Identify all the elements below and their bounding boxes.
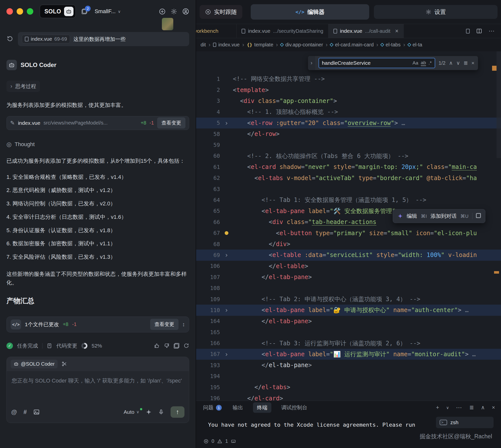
thinking-process-toggle[interactable]: › 思考过程 [6,81,40,92]
auto-mode-selector[interactable]: Auto ∨ [124,409,139,415]
code-line[interactable]: 107 </el-tab-pane> [196,272,501,283]
code-line[interactable]: 196 </el-card> [196,393,501,401]
code-line[interactable]: 165 [196,327,501,338]
add-to-chat-label[interactable]: 添加到对话 [430,213,457,220]
breadcrumb-item[interactable]: el-ta [408,42,422,48]
terminal-tab[interactable]: 问题1 [202,402,223,413]
chat-input-box[interactable]: @SOLO Coder 您正在与 SOLO Coder 聊天，输入 '/' 获取… [6,357,189,423]
send-button[interactable]: ↑ [171,406,184,418]
new-terminal-icon[interactable]: + [436,404,439,411]
next-match-icon[interactable]: ∨ [456,60,460,66]
breadcrumb-item[interactable]: el-card.main-card [330,42,374,48]
code-line[interactable]: 4 <!-- 1. 顶部核心指标概览 --> [196,106,501,117]
code-line[interactable]: 58 </el-row> [196,128,501,139]
more-actions-icon[interactable]: ⋯ [456,404,463,411]
code-line[interactable]: 63 [196,184,501,194]
split-editor-icon[interactable] [476,28,482,34]
code-line[interactable]: 110› <el-tab-pane label="🔐 申请与授权中心" name… [196,305,501,316]
user-message-card[interactable]: index.vue 69-69 这里的数据再增加一些 [18,32,189,46]
sparkle-icon[interactable] [146,409,152,415]
terminal-dropdown-icon[interactable]: ∨ [446,405,449,410]
close-panel-icon[interactable]: × [492,404,495,411]
settings-button[interactable]: 设置 [374,5,498,19]
editor-tab[interactable]: workbench [196,24,237,38]
code-line[interactable]: 62 <el-tabs v-model="activeTab" type="bo… [196,173,501,184]
code-line[interactable]: 64 <!-- Tab 1: 安全数据服务管理（涵盖功能项 1, 5） --> [196,194,501,205]
editor-view-button[interactable]: </> 编辑器 [251,4,369,20]
find-in-selection-icon[interactable]: ≣ [464,60,468,66]
code-line[interactable]: 67 <el-button type="primary" size="small… [196,227,501,238]
whole-word-icon[interactable]: ab [421,60,426,66]
code-change-label[interactable]: 代码变更 [56,342,77,349]
fold-chevron[interactable]: › [220,306,233,314]
editor-tab[interactable]: index.vue.../call-audit× [328,24,404,38]
conversation-scroll[interactable]: index.vue 69-69 这里的数据再增加一些 SOLO Coder › … [0,23,196,448]
model-selector[interactable]: SmallF... ∨ [95,8,121,15]
thumbs-down-icon[interactable] [164,343,170,349]
more-actions-icon[interactable]: ⋯ [489,28,495,34]
new-file-icon[interactable] [466,29,470,33]
problems-status[interactable]: 0 1 [204,438,236,444]
code-line[interactable]: 108 [196,283,501,293]
hash-icon[interactable]: # [23,409,27,416]
breadcrumb-item[interactable]: div.app-container [281,42,323,48]
code-line[interactable]: 167› <el-tab-pane label="📊 运行监测与审计" name… [196,349,501,360]
code-line[interactable]: 61 <el-card shadow="never" style="margin… [196,161,501,172]
code-editor[interactable]: › handleCreateService Aa ab .* 1/2 ∧ ∨ ≣… [196,51,501,401]
open-window-icon[interactable] [476,213,481,219]
fold-chevron[interactable]: › [220,119,233,127]
at-mention-icon[interactable]: @ [11,409,17,416]
code-line[interactable]: 2<template> [196,84,501,95]
file-reference-chip[interactable]: index.vue 69-69 [22,35,70,43]
breadcrumb-item[interactable]: index.vue [213,42,240,48]
solo-mode-toggle[interactable]: SOLO [40,5,76,18]
refresh-icon[interactable] [183,343,189,349]
file-change-card[interactable]: ✎ index.vue src/views/newPageModel/s... … [6,116,189,130]
find-query[interactable]: handleCreateService [322,60,410,66]
code-line[interactable]: 69› <el-table :data="serviceList" style=… [196,250,501,260]
scrollbar-thumb[interactable] [497,51,501,158]
previous-match-icon[interactable]: ∧ [449,60,453,66]
expand-collapse-icon[interactable]: ↕ [182,321,185,328]
breadcrumb-item[interactable]: el-tabs [381,42,400,48]
mention-chip[interactable]: @SOLO Coder [11,360,58,368]
find-expand-icon[interactable]: › [308,56,315,70]
summary-card[interactable]: </> 1个文件已更改 +8 -1 查看变更 ↕ [6,317,189,332]
breadcrumb-item[interactable]: dit [201,42,206,48]
scissors-icon[interactable] [62,361,67,367]
edit-action-label[interactable]: 编辑 [407,213,417,220]
editor-tab[interactable]: index.vue.../securityDataSharing [237,24,328,38]
chat-input-placeholder[interactable]: 您正在与 SOLO Coder 聊天，输入 '/' 获取更多能力，如 '/pla… [7,371,189,403]
minimize-window-button[interactable] [17,8,23,15]
code-line[interactable]: 59 [196,139,501,150]
code-line[interactable]: 106 </el-table> [196,261,501,272]
code-line[interactable]: 164 </el-tab-pane> [196,316,501,327]
code-line[interactable]: 68 </div> [196,239,501,250]
maximize-panel-icon[interactable]: ∧ [481,404,485,411]
find-input[interactable]: handleCreateService Aa ab .* [319,58,435,68]
code-line[interactable]: 193 </el-tab-pane> [196,360,501,371]
view-changes-button[interactable]: 查看变更 [150,319,179,330]
lightbulb-icon[interactable] [225,231,228,235]
image-icon[interactable] [33,409,40,415]
code-line[interactable]: 5› <el-row :gutter="20" class="overview-… [196,118,501,128]
gear-icon[interactable] [171,8,177,15]
new-chat-icon[interactable] [159,8,166,15]
filter-icon[interactable]: ≣ [469,404,474,411]
match-case-icon[interactable]: Aa [412,60,418,66]
code-line[interactable]: 109 <!-- Tab 2: 申请与授权中心（涵盖功能项 3, 4） --> [196,294,501,305]
terminal-tab[interactable]: 输出 [232,402,244,413]
mic-icon[interactable] [158,409,164,415]
code-line[interactable]: 1<!-- 网络安全数据共享管理 --> [196,73,501,84]
code-line[interactable]: 195 </el-tabs> [196,382,501,393]
regex-icon[interactable]: .* [429,60,432,66]
breadcrumb-item[interactable]: {}template [247,42,273,48]
terminal-tab[interactable]: 调试控制台 [280,402,308,413]
terminal-session-item[interactable]: >_ zsh [436,417,494,428]
thumbs-up-icon[interactable] [154,343,160,349]
thought-header[interactable]: ◎ Thought [6,141,189,148]
fold-chevron[interactable]: › [220,251,233,259]
code-line[interactable]: 60 <!-- 2. 核心功能操作区（Tabs 整合 6 大功能项） --> [196,151,501,161]
close-window-button[interactable] [6,8,13,15]
view-changes-button[interactable]: 查看变更 [157,117,185,128]
